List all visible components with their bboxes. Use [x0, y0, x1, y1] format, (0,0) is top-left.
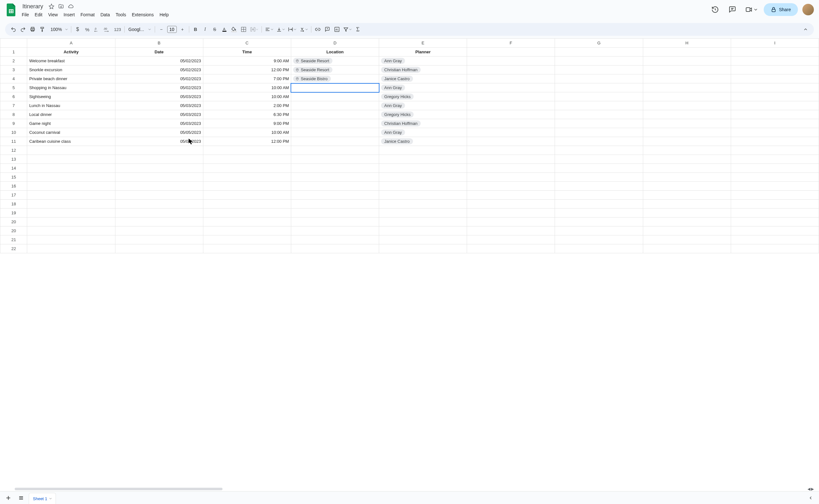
- text-color-button[interactable]: A: [220, 25, 229, 34]
- italic-button[interactable]: I: [201, 25, 210, 34]
- cell[interactable]: [115, 200, 203, 209]
- text-rotation-button[interactable]: [298, 25, 309, 34]
- cell[interactable]: Planner: [379, 48, 467, 57]
- cell[interactable]: [115, 146, 203, 155]
- cell[interactable]: [27, 209, 115, 218]
- cell[interactable]: [27, 182, 115, 191]
- cell[interactable]: Ann Gray: [379, 128, 467, 137]
- cell[interactable]: [731, 191, 819, 200]
- undo-button[interactable]: [9, 25, 18, 34]
- cell[interactable]: [467, 200, 555, 209]
- cell[interactable]: [643, 101, 731, 110]
- menu-tools[interactable]: Tools: [113, 11, 129, 19]
- cell[interactable]: [203, 235, 291, 244]
- cell[interactable]: [731, 235, 819, 244]
- cell[interactable]: [555, 173, 643, 182]
- cell[interactable]: [643, 244, 731, 253]
- cell[interactable]: [379, 209, 467, 218]
- cell[interactable]: Shopping in Nassau: [27, 83, 115, 92]
- cell[interactable]: 9:00 PM: [203, 119, 291, 128]
- insert-chart-button[interactable]: [333, 25, 341, 34]
- menu-help[interactable]: Help: [157, 11, 171, 19]
- cell[interactable]: [643, 226, 731, 235]
- cell[interactable]: [27, 155, 115, 164]
- row-header[interactable]: 20: [0, 218, 27, 226]
- cell[interactable]: Activity: [27, 48, 115, 57]
- cell[interactable]: [467, 146, 555, 155]
- cell[interactable]: Welcome breakfast: [27, 57, 115, 65]
- cell[interactable]: [379, 244, 467, 253]
- row-header[interactable]: 14: [0, 164, 27, 173]
- cell[interactable]: 10:00 AM: [203, 83, 291, 92]
- horizontal-align-button[interactable]: [264, 25, 275, 34]
- row-header[interactable]: 8: [0, 110, 27, 119]
- cell[interactable]: [203, 173, 291, 182]
- font-family-select[interactable]: Googl...: [126, 27, 153, 32]
- column-header-G[interactable]: G: [555, 39, 643, 48]
- cell[interactable]: [731, 146, 819, 155]
- cell[interactable]: [203, 226, 291, 235]
- menu-insert[interactable]: Insert: [61, 11, 77, 19]
- row-header[interactable]: 1: [0, 48, 27, 57]
- menu-edit[interactable]: Edit: [32, 11, 45, 19]
- cell[interactable]: 05/03/2023: [115, 101, 203, 110]
- cell[interactable]: [203, 146, 291, 155]
- row-header[interactable]: 19: [0, 209, 27, 218]
- cell[interactable]: Date: [115, 48, 203, 57]
- cell[interactable]: [291, 164, 379, 173]
- cell[interactable]: [467, 119, 555, 128]
- cell[interactable]: [291, 146, 379, 155]
- cell[interactable]: [27, 164, 115, 173]
- cell[interactable]: [731, 173, 819, 182]
- text-wrap-button[interactable]: [287, 25, 298, 34]
- cell[interactable]: Seaside Bistro: [291, 74, 379, 83]
- cell[interactable]: 05/03/2023: [115, 92, 203, 101]
- cell[interactable]: Lunch in Nassau: [27, 101, 115, 110]
- cell[interactable]: Ann Gray: [379, 101, 467, 110]
- cell[interactable]: [115, 173, 203, 182]
- column-header-F[interactable]: F: [467, 39, 555, 48]
- star-icon[interactable]: [48, 3, 55, 10]
- row-header[interactable]: 12: [0, 146, 27, 155]
- row-header[interactable]: 6: [0, 92, 27, 101]
- cell[interactable]: [643, 182, 731, 191]
- cell[interactable]: Sightseeing: [27, 92, 115, 101]
- cell[interactable]: [203, 191, 291, 200]
- cell[interactable]: [203, 155, 291, 164]
- cell[interactable]: [379, 226, 467, 235]
- cell[interactable]: [467, 164, 555, 173]
- cell[interactable]: [115, 182, 203, 191]
- cell[interactable]: Christian Hoffman: [379, 65, 467, 74]
- horizontal-scrollbar[interactable]: ◀▶: [15, 487, 814, 491]
- cell[interactable]: [379, 164, 467, 173]
- cell[interactable]: Private beach dinner: [27, 74, 115, 83]
- cell[interactable]: Seaside Resort: [291, 57, 379, 65]
- cell[interactable]: [731, 155, 819, 164]
- cell[interactable]: [643, 200, 731, 209]
- cell[interactable]: [643, 155, 731, 164]
- cell[interactable]: [467, 209, 555, 218]
- percent-button[interactable]: %: [83, 25, 92, 34]
- cell[interactable]: [555, 74, 643, 83]
- cell[interactable]: [643, 48, 731, 57]
- cell[interactable]: [555, 209, 643, 218]
- fill-color-button[interactable]: [230, 25, 239, 34]
- cell[interactable]: Coconut carnival: [27, 128, 115, 137]
- cell[interactable]: [555, 119, 643, 128]
- cell[interactable]: [731, 137, 819, 146]
- cell[interactable]: 05/03/2023: [115, 119, 203, 128]
- cell[interactable]: [27, 218, 115, 226]
- insert-comment-button[interactable]: [323, 25, 332, 34]
- cell[interactable]: [291, 155, 379, 164]
- cell[interactable]: [643, 146, 731, 155]
- select-all-cell[interactable]: [0, 39, 27, 48]
- cell[interactable]: [203, 244, 291, 253]
- cell[interactable]: [291, 182, 379, 191]
- cell[interactable]: 6:30 PM: [203, 110, 291, 119]
- cell[interactable]: 10:00 AM: [203, 128, 291, 137]
- cell[interactable]: [467, 155, 555, 164]
- cell[interactable]: [291, 244, 379, 253]
- cell[interactable]: [27, 173, 115, 182]
- row-header[interactable]: 4: [0, 74, 27, 83]
- cell[interactable]: [291, 119, 379, 128]
